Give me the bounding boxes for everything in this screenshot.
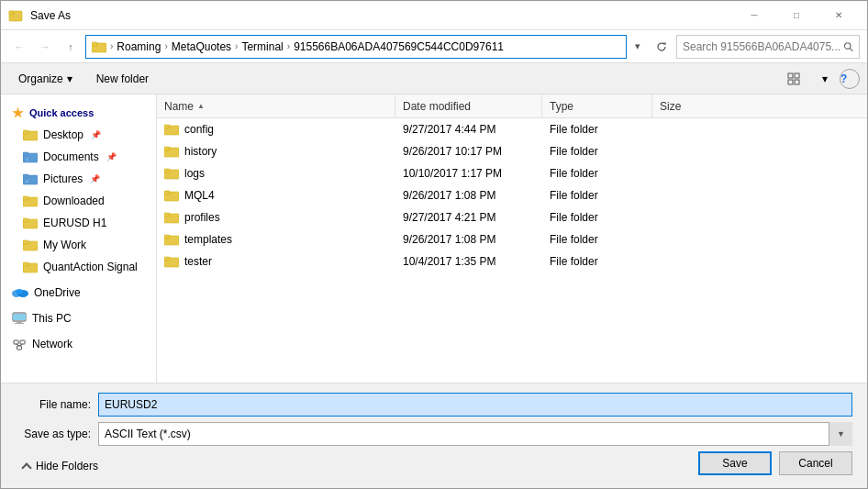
row-folder-icon	[164, 233, 179, 246]
sidebar-item-desktop[interactable]: Desktop 📌	[1, 124, 156, 146]
mywork-folder-icon	[23, 239, 38, 251]
table-row[interactable]: config 9/27/2017 4:44 PM File folder	[157, 118, 867, 140]
file-cell-size	[652, 206, 744, 228]
file-cell-size	[652, 184, 744, 206]
svg-rect-33	[14, 340, 18, 344]
thispc-label: This PC	[32, 312, 72, 325]
close-button[interactable]: ✕	[818, 1, 860, 30]
sidebar-item-documents[interactable]: ↓ Documents 📌	[1, 146, 156, 168]
save-button[interactable]: Save	[698, 451, 772, 475]
sidebar-item-quantaction[interactable]: QuantAction Signal	[1, 256, 156, 278]
network-label: Network	[32, 338, 72, 350]
file-cell-size	[652, 118, 744, 140]
col-header-type[interactable]: Type	[542, 94, 652, 117]
breadcrumb-hash[interactable]: 915566BA06ADA407569C544CC0D97611	[294, 40, 504, 53]
quantaction-label: QuantAction Signal	[43, 261, 138, 273]
pictures-pin-icon: 📌	[90, 174, 100, 183]
sidebar-item-onedrive[interactable]: OneDrive	[1, 282, 156, 304]
file-cell-date: 9/27/2017 4:44 PM	[395, 118, 542, 140]
downloaded-label: Downloaded	[43, 194, 105, 207]
file-cell-type: File folder	[542, 206, 652, 228]
maximize-button[interactable]: □	[775, 1, 818, 30]
refresh-button[interactable]	[651, 36, 673, 58]
table-row[interactable]: profiles 9/27/2017 4:21 PM File folder	[157, 206, 867, 228]
table-row[interactable]: history 9/26/2017 10:17 PM File folder	[157, 140, 867, 162]
desktop-label: Desktop	[43, 128, 83, 141]
desktop-folder-icon	[23, 128, 38, 141]
save-as-type-select[interactable]: ASCII Text (*.csv)CSV (*.csv)Text (*.txt…	[98, 422, 852, 446]
desktop-pin-icon: 📌	[91, 130, 101, 139]
thispc-section: This PC	[1, 307, 156, 329]
title-text: Save As	[30, 9, 71, 22]
svg-rect-6	[788, 73, 793, 78]
file-list: Name ▲ Date modified Type Size	[157, 94, 867, 383]
toolbar: Organize ▾ New folder ▾ ?	[1, 63, 867, 94]
view-button[interactable]	[777, 67, 810, 91]
minimize-button[interactable]: ─	[733, 1, 775, 30]
svg-rect-30	[13, 314, 26, 320]
row-folder-icon	[164, 145, 179, 158]
sidebar-item-mywork[interactable]: My Work	[1, 234, 156, 256]
address-bar: ← → ↑ › Roaming › MetaQuotes › Terminal …	[1, 30, 867, 63]
title-bar-controls: ─ □ ✕	[733, 1, 860, 30]
view-dropdown-button[interactable]: ▾	[812, 67, 838, 91]
breadcrumb-terminal[interactable]: Terminal	[241, 40, 283, 53]
col-header-size[interactable]: Size	[652, 94, 744, 117]
file-cell-name: tester	[157, 250, 395, 272]
svg-text:↓: ↓	[26, 178, 28, 183]
breadcrumb-sep-4: ›	[287, 41, 290, 51]
table-row[interactable]: MQL4 9/26/2017 1:08 PM File folder	[157, 184, 867, 206]
documents-pin-icon: 📌	[106, 152, 117, 161]
table-row[interactable]: logs 10/10/2017 1:17 PM File folder	[157, 162, 867, 184]
sidebar-item-downloaded[interactable]: Downloaded	[1, 190, 156, 212]
file-cell-name: config	[157, 118, 395, 140]
breadcrumb-folder-icon	[92, 40, 106, 53]
sidebar-item-network[interactable]: Network	[1, 333, 156, 355]
search-icon	[843, 41, 853, 52]
svg-rect-43	[164, 169, 170, 172]
help-button[interactable]: ?	[840, 69, 860, 89]
sidebar-item-thispc[interactable]: This PC	[1, 307, 156, 329]
file-name-input[interactable]	[98, 393, 852, 417]
sidebar-item-pictures[interactable]: ↓ Pictures 📌	[1, 168, 156, 190]
back-button[interactable]: ←	[8, 36, 30, 58]
table-row[interactable]: tester 10/4/2017 1:35 PM File folder	[157, 250, 867, 272]
new-folder-button[interactable]: New folder	[86, 67, 159, 91]
col-header-name[interactable]: Name ▲	[157, 94, 395, 117]
table-row[interactable]: templates 9/26/2017 1:08 PM File folder	[157, 228, 867, 250]
file-cell-date: 9/27/2017 4:21 PM	[395, 206, 542, 228]
file-date-cell: 9/26/2017 1:08 PM	[403, 233, 495, 246]
eurusd-folder-icon	[23, 217, 38, 229]
file-cell-type: File folder	[542, 140, 652, 162]
file-cell-name: templates	[157, 228, 395, 250]
sidebar-item-eurusd[interactable]: EURUSD H1	[1, 212, 156, 234]
quick-access-header[interactable]: ★ Quick access	[1, 102, 156, 124]
breadcrumb-roaming[interactable]: Roaming	[117, 40, 161, 53]
svg-rect-47	[164, 213, 170, 217]
svg-rect-25	[23, 262, 28, 266]
title-bar: Save As ─ □ ✕	[1, 1, 867, 30]
onedrive-label: OneDrive	[34, 286, 81, 299]
hide-folders-toggle[interactable]: Hide Folders	[16, 454, 106, 472]
documents-label: Documents	[43, 150, 99, 163]
cancel-button[interactable]: Cancel	[779, 451, 852, 475]
quick-access-section: ★ Quick access Desktop 📌 ↓	[1, 102, 156, 278]
up-button[interactable]: ↑	[60, 36, 82, 58]
search-box[interactable]	[676, 35, 860, 59]
svg-rect-8	[788, 80, 793, 84]
organize-label: Organize	[18, 72, 63, 85]
downloaded-folder-icon	[23, 194, 38, 207]
file-date-cell: 9/27/2017 4:44 PM	[403, 123, 495, 136]
file-type-cell: File folder	[550, 233, 598, 246]
breadcrumb-metaquotes[interactable]: MetaQuotes	[172, 40, 231, 53]
breadcrumb-sep-2: ›	[164, 41, 167, 51]
row-folder-icon	[164, 123, 179, 136]
breadcrumb-dropdown-button[interactable]: ▾	[630, 35, 645, 59]
col-header-date[interactable]: Date modified	[395, 94, 542, 117]
organize-button[interactable]: Organize ▾	[8, 67, 83, 91]
file-name-cell: config	[184, 123, 214, 136]
search-input[interactable]	[683, 40, 843, 53]
svg-point-4	[844, 42, 851, 49]
file-cell-size	[652, 140, 744, 162]
forward-button[interactable]: →	[34, 36, 56, 58]
